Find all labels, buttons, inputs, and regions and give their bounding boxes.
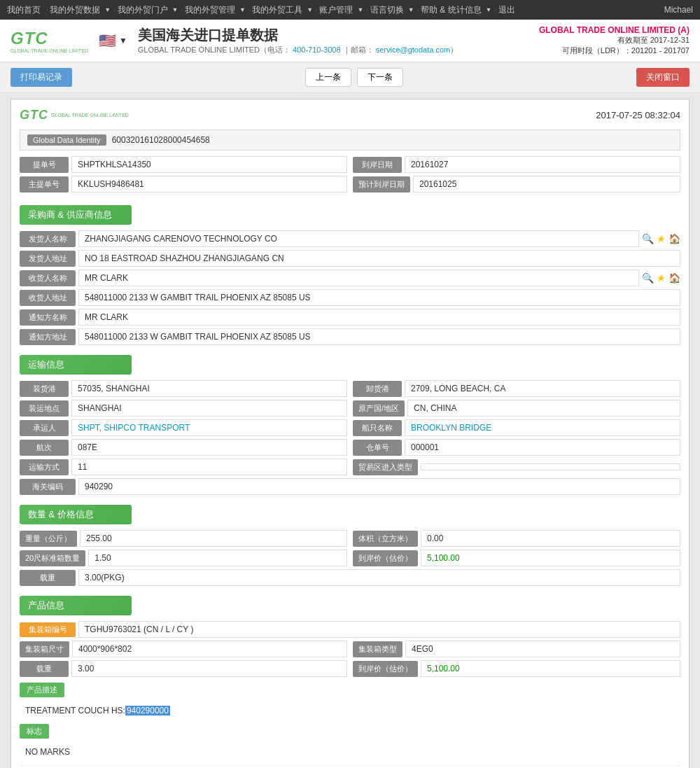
nav-data[interactable]: 我的外贸数据▼ xyxy=(50,4,111,16)
container-field: 仓单号 000001 xyxy=(353,439,680,456)
master-bill-field: 主提单号 KKLUSH9486481 xyxy=(20,176,347,193)
record-footer: 美国每关进口提单数据 1 / 1 600320161028000454658 xyxy=(20,765,680,768)
nav-language[interactable]: 语言切换▼ xyxy=(370,4,414,16)
consignee-addr-value: 548011000 2133 W GAMBIT TRAIL PHOENIX AZ… xyxy=(78,289,680,306)
notify-addr-value: 548011000 2133 W GAMBIT TRAIL PHOENIX AZ… xyxy=(78,328,680,345)
top-navigation: 我的首页 · 我的外贸数据▼ · 我的外贸门户▼ · 我的外贸管理▼ · 我的外… xyxy=(0,0,700,20)
container-count-cif-row: 20尺标准箱数量 1.50 到岸价（估价） 5,100.00 xyxy=(20,550,680,566)
vessel-field: 船只名称 BROOKLYN BRIDGE xyxy=(353,419,680,436)
shipper-star-icon[interactable]: ★ xyxy=(657,233,666,244)
weight-label: 重量（公斤） xyxy=(20,531,77,547)
marks-value: NO MARKS xyxy=(25,747,70,757)
shipper-search-icon[interactable]: 🔍 xyxy=(642,233,654,244)
estimated-arrival-value: 20161025 xyxy=(413,176,680,193)
bill-row: 提单号 SHPTKHLSA14350 到岸日期 20161027 xyxy=(20,156,680,173)
nav-logout[interactable]: 退出 xyxy=(498,4,518,16)
container-size-value: 4000*906*802 xyxy=(72,641,347,657)
marks-btn[interactable]: 标志 xyxy=(20,724,49,739)
bill-value: SHPTKHLSA14350 xyxy=(71,156,347,173)
prod-qty-label: 载重 xyxy=(20,661,69,677)
master-bill-label: 主提单号 xyxy=(20,176,69,193)
vessel-value: BROOKLYN BRIDGE xyxy=(405,419,680,436)
ftz-value xyxy=(421,463,680,470)
container-type-value: 4EG0 xyxy=(405,641,680,657)
container-no-row: 集装箱编号 TGHU9763021 (CN / L / CY ) xyxy=(20,621,680,638)
shipper-home-icon[interactable]: 🏠 xyxy=(668,233,680,244)
carrier-label: 承运人 xyxy=(20,420,69,436)
container-label: 仓单号 xyxy=(353,440,402,456)
voyage-value: 087E xyxy=(71,439,347,456)
company-info: GLOBAL TRADE ONLINE LIMITED（电话： 400-710-… xyxy=(138,45,539,55)
mode-ftz-row: 运输方式 11 贸易区进入类型 xyxy=(20,459,680,475)
account-company: GLOBAL TRADE ONLINE LIMITED (A) xyxy=(539,25,690,35)
carrier-vessel-row: 承运人 SHPT, SHIPCO TRANSPORT 船只名称 BROOKLYN… xyxy=(20,419,680,436)
username: Michael xyxy=(664,5,693,15)
email-link[interactable]: service@gtodata.com xyxy=(376,46,451,54)
container-size-field: 集装箱尺寸 4000*906*802 xyxy=(20,641,347,657)
origin-field: 原产国/地区 CN, CHINA xyxy=(353,400,680,417)
nav-tools[interactable]: 我的外贸工具▼ xyxy=(252,4,313,16)
logo-full-text: GLOBAL TRADE ONLINE LIMITED xyxy=(10,48,88,53)
voyage-label: 航次 xyxy=(20,440,69,456)
nav-help[interactable]: 帮助 & 统计信息▼ xyxy=(421,4,492,16)
carrier-field: 承运人 SHPT, SHIPCO TRANSPORT xyxy=(20,419,347,436)
load-place-value: SHANGHAI xyxy=(71,400,347,417)
unload-port-label: 卸货港 xyxy=(353,381,402,397)
consignee-icons: 🔍 ★ 🏠 xyxy=(642,272,680,284)
volume-field: 体积（立方米） 0.00 xyxy=(353,530,680,547)
record-header: GTC GLOBAL TRADE ONLINE LIMITED 2017-07-… xyxy=(20,108,680,123)
container-count-value: 1.50 xyxy=(88,550,347,566)
arrival-label: 到岸日期 xyxy=(353,157,402,173)
notify-name-value: MR CLARK xyxy=(78,309,680,326)
notify-name-label: 通知方名称 xyxy=(20,309,76,326)
place-origin-row: 装运地点 SHANGHAI 原产国/地区 CN, CHINA xyxy=(20,400,680,417)
prod-price-label: 到岸价（估价） xyxy=(353,661,418,677)
nav-account[interactable]: 账户管理▼ xyxy=(319,4,363,16)
nav-manage[interactable]: 我的外贸管理▼ xyxy=(185,4,246,16)
consignee-home-icon[interactable]: 🏠 xyxy=(668,272,680,284)
record-logo-text: GTC xyxy=(20,108,48,123)
customs-code-value: 940290 xyxy=(78,478,680,495)
container-count-field: 20尺标准箱数量 1.50 xyxy=(20,550,347,566)
unload-port-value: 2709, LONG BEACH, CA xyxy=(405,380,680,397)
hs-highlight: 940290000 xyxy=(125,706,170,715)
notify-name-row: 通知方名称 MR CLARK xyxy=(20,309,680,326)
shipper-icons: 🔍 ★ 🏠 xyxy=(642,233,680,244)
estimated-arrival-field: 预计到岸日期 20161025 xyxy=(353,176,680,193)
product-section-header: 产品信息 xyxy=(20,596,132,615)
shipper-name-label: 发货人名称 xyxy=(20,231,76,247)
prev-button[interactable]: 上一条 xyxy=(305,68,351,87)
prod-desc-header-row: 产品描述 xyxy=(20,680,680,700)
title-area: 美国海关进口提单数据 GLOBAL TRADE ONLINE LIMITED（电… xyxy=(138,26,539,55)
container-count-label: 20尺标准箱数量 xyxy=(20,550,85,566)
ftz-label: 贸易区进入类型 xyxy=(353,459,418,475)
consignee-search-icon[interactable]: 🔍 xyxy=(642,272,654,284)
arrival-value: 20161027 xyxy=(405,156,680,173)
container-no-label: 集装箱编号 xyxy=(20,622,76,637)
consignee-addr-row: 收货人地址 548011000 2133 W GAMBIT TRAIL PHOE… xyxy=(20,289,680,306)
identity-row: Global Data Identity 6003201610280004546… xyxy=(20,130,680,151)
master-bill-value: KKLUSH9486481 xyxy=(71,176,347,193)
close-button[interactable]: 关闭窗口 xyxy=(636,68,690,87)
flag-caret[interactable]: ▼ xyxy=(119,36,127,46)
cif-value: 5,100.00 xyxy=(421,550,680,566)
customs-code-label: 海关编码 xyxy=(20,479,76,495)
transport-mode-value: 11 xyxy=(71,459,347,475)
record-logo-full: GLOBAL TRADE ONLINE LIMITED xyxy=(51,113,129,118)
nav-home[interactable]: 我的首页 xyxy=(7,4,43,16)
validity: 有效期至 2017-12-31 xyxy=(539,35,690,46)
nav-portal[interactable]: 我的外贸门户▼ xyxy=(118,4,178,16)
container-type-field: 集装箱类型 4EG0 xyxy=(353,641,680,657)
prod-price-field: 到岸价（估价） 5,100.00 xyxy=(353,660,680,677)
print-button[interactable]: 打印易记录 xyxy=(10,68,72,87)
consignee-star-icon[interactable]: ★ xyxy=(657,272,666,284)
phone-link[interactable]: 400-710-3008 xyxy=(293,46,341,54)
flag-selector[interactable]: 🇺🇸 ▼ xyxy=(99,32,127,49)
master-bill-row: 主提单号 KKLUSH9486481 预计到岸日期 20161025 xyxy=(20,176,680,193)
cif-field: 到岸价（估价） 5,100.00 xyxy=(353,550,680,566)
next-button[interactable]: 下一条 xyxy=(357,68,403,87)
container-no-value: TGHU9763021 (CN / L / CY ) xyxy=(78,621,680,638)
main-content: GTC GLOBAL TRADE ONLINE LIMITED 2017-07-… xyxy=(10,99,690,768)
identity-label: Global Data Identity xyxy=(27,134,106,146)
prod-qty-field: 载重 3.00 xyxy=(20,660,347,677)
